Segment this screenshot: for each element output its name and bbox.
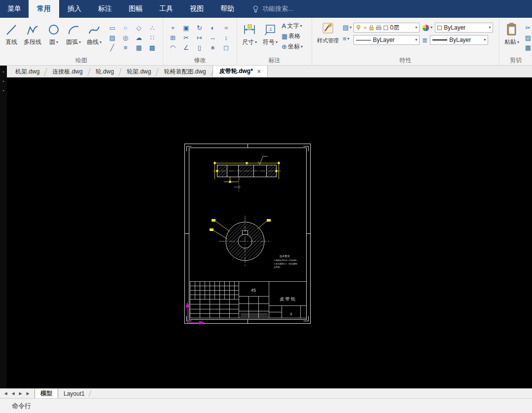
donut-icon[interactable]: ◎ xyxy=(119,33,132,42)
divide-icon[interactable]: ∷ xyxy=(145,33,159,42)
erase-icon[interactable]: ◻ xyxy=(219,42,233,52)
ribbon-tab-home[interactable]: 常用 xyxy=(29,0,59,18)
palette-a-icon[interactable]: ▪ xyxy=(0,69,6,75)
title-block[interactable]: 45 皮 带 轮 3 xyxy=(190,282,307,318)
style-manager-button[interactable]: 样式管理 xyxy=(315,22,341,45)
polyline-label: 多段线 xyxy=(24,38,41,46)
technical-notes[interactable]: 技术要求 1.调质处理220~250HBS； 2.未注倒角C2，锐边倒钝 去毛刺… xyxy=(274,255,299,268)
doc-tab-lianjieban[interactable]: 连接板.dwg xyxy=(46,67,89,77)
circular-view[interactable] xyxy=(210,216,271,267)
line-tool-button[interactable]: 直线 xyxy=(3,22,20,47)
paste-button[interactable]: 粘贴▾ xyxy=(502,22,521,47)
cut-icon[interactable]: ✂ xyxy=(523,23,532,33)
close-tab-icon[interactable]: × xyxy=(257,69,261,75)
ribbon-group-modify: +▣↻◐≈⊞✂↦↔↕◠∠▯∗◻ 修改 xyxy=(163,18,237,65)
ribbon-tab-sheet[interactable]: 图幅 xyxy=(120,0,151,18)
coordinate-caret-icon: ▾ xyxy=(301,45,303,49)
text-tool-button[interactable]: A 文字 ▾ xyxy=(282,22,303,30)
chamfer-icon[interactable]: ∠ xyxy=(179,42,193,52)
construction-line-icon[interactable]: ╱ xyxy=(106,42,119,52)
polygon-icon[interactable]: ◇ xyxy=(132,23,145,33)
layer-freeze-sun-icon: ☀ xyxy=(363,25,367,31)
copy-clip-icon[interactable]: ▦ xyxy=(523,42,532,52)
mirror-icon[interactable]: ◐ xyxy=(206,23,219,33)
ribbon-tab-view[interactable]: 视图 xyxy=(181,0,212,18)
paste-caret-icon: ▾ xyxy=(517,40,519,44)
section-view[interactable] xyxy=(213,156,281,192)
fillet-icon[interactable]: ◠ xyxy=(166,42,179,52)
move-icon[interactable]: + xyxy=(166,23,179,33)
ribbon-tab-insert[interactable]: 插入 xyxy=(59,0,90,18)
ucs-icon xyxy=(185,302,205,325)
format-brush-icon[interactable]: ▨ xyxy=(523,33,532,42)
symbol-tool-button[interactable]: .1 符号▾ xyxy=(261,22,280,47)
rotate-icon[interactable]: ↻ xyxy=(193,23,206,33)
dimension-tool-button[interactable]: 尺寸▾ xyxy=(240,22,259,47)
spline-tool-button[interactable]: 曲线▾ xyxy=(85,22,104,47)
doc-tab-pidailun-active[interactable]: 皮带轮.dwg* × xyxy=(213,65,268,77)
doc-tab-lun[interactable]: 轮.dwg xyxy=(89,67,120,77)
lineweight-settings-button[interactable]: ≣ xyxy=(422,37,427,44)
left-palette-strip[interactable]: ▪▪▪ xyxy=(0,66,7,388)
dimension-icon xyxy=(243,23,256,37)
search-bulb-icon xyxy=(252,5,259,13)
lineweight-value: ByLayer xyxy=(449,37,482,43)
break-icon[interactable]: ▯ xyxy=(193,42,206,52)
polyline-tool-button[interactable]: 多段线 xyxy=(22,22,43,47)
ellipse-icon[interactable]: ○ xyxy=(119,23,132,33)
palette-c-icon[interactable]: ▪ xyxy=(0,87,6,93)
circle-label: 圆 xyxy=(49,38,55,46)
extend-icon[interactable]: ↦ xyxy=(193,33,206,42)
nav-next-icon[interactable]: ▶ xyxy=(17,390,24,397)
copy-icon[interactable]: ▣ xyxy=(179,23,193,33)
object-properties-button[interactable]: ▤ ▾ xyxy=(343,24,352,31)
palette-b-icon[interactable]: ▪ xyxy=(0,78,6,84)
doc-tab-jijia[interactable]: 机架.dwg xyxy=(9,67,46,77)
coordinate-tool-button[interactable]: ⊕ 坐标 ▾ xyxy=(282,42,303,51)
model-tab[interactable]: 模型 xyxy=(35,389,58,398)
wipeout-icon[interactable]: ▩ xyxy=(145,42,159,52)
ribbon-tab-tools[interactable]: 工具 xyxy=(151,0,181,18)
nav-last-icon[interactable]: ▶ xyxy=(24,390,32,397)
function-search[interactable]: 功能搜索... xyxy=(252,0,293,18)
layout-nav-buttons: ◀◀▶▶ xyxy=(2,390,32,397)
stretch-icon[interactable]: ↔ xyxy=(206,33,219,42)
arc-tool-button[interactable]: 圆弧▾ xyxy=(64,22,83,47)
hatch-icon[interactable]: ▨ xyxy=(106,33,119,42)
array-icon[interactable]: ⊞ xyxy=(166,33,179,42)
doc-tab-lunyi-zhuangpeitu[interactable]: 轮椅装配图.dwg xyxy=(157,67,212,77)
material-text: 45 xyxy=(251,288,256,293)
cad-application-window: 菜单 常用 插入 标注 图幅 工具 视图 帮助 功能搜索... 直线 xyxy=(0,0,532,413)
revision-cloud-icon[interactable]: ☁ xyxy=(132,33,145,42)
style-manager-label: 样式管理 xyxy=(317,37,339,44)
offset-icon[interactable]: ≈ xyxy=(219,23,233,33)
nav-prev-icon[interactable]: ◀ xyxy=(9,390,17,397)
ribbon-tab-help[interactable]: 帮助 xyxy=(212,0,243,18)
region-icon[interactable]: ▦ xyxy=(132,42,145,52)
command-line-bar[interactable]: 命令行 xyxy=(0,398,532,413)
linetype-combo[interactable]: ByLayer ▾ xyxy=(354,35,420,45)
circle-tool-button[interactable]: 圆▾ xyxy=(45,22,62,47)
ribbon-tab-annotate[interactable]: 标注 xyxy=(90,0,120,18)
table-tool-button[interactable]: ▦ 表格 xyxy=(282,32,303,40)
svg-text:2.未注倒角C2，锐边倒钝: 2.未注倒角C2，锐边倒钝 xyxy=(274,263,297,265)
rectangle-icon[interactable]: ▭ xyxy=(106,23,119,33)
style-manager-icon xyxy=(321,22,334,36)
color-combo[interactable]: ByLayer ▾ xyxy=(435,23,493,33)
scale-icon[interactable]: ↕ xyxy=(219,33,233,42)
layout1-tab[interactable]: Layout1 xyxy=(58,389,90,398)
doc-tab-lunjia[interactable]: 轮架.dwg xyxy=(120,67,157,77)
properties-group-label: 特性 xyxy=(312,56,499,65)
color-picker-button[interactable]: ▾ xyxy=(422,24,432,32)
multiline-icon[interactable]: ≡ xyxy=(119,42,132,52)
explode-icon[interactable]: ∗ xyxy=(206,42,219,52)
trim-icon[interactable]: ✂ xyxy=(179,33,193,42)
model-space-canvas[interactable]: 技术要求 1.调质处理220~250HBS； 2.未注倒角C2，锐边倒钝 去毛刺… xyxy=(0,77,532,388)
lineweight-combo[interactable]: ByLayer ▾ xyxy=(430,35,488,45)
menu-button[interactable]: 菜单 xyxy=(0,0,29,18)
layer-combo[interactable]: ☀ 0层 ▾ xyxy=(354,23,420,33)
clipboard-small-tools-grid: ✂▨▦ xyxy=(523,23,532,52)
point-icon[interactable]: ∴ xyxy=(145,23,159,33)
match-properties-button[interactable]: ≡ ▾ xyxy=(343,35,352,42)
nav-first-icon[interactable]: ◀ xyxy=(2,390,9,397)
